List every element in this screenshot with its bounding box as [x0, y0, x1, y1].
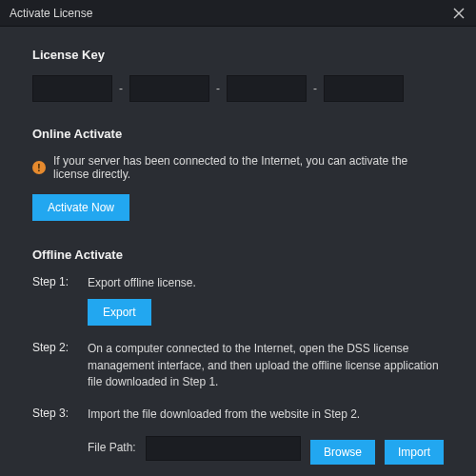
file-path-label: File Path:: [88, 440, 136, 456]
online-activate-heading: Online Activate: [32, 127, 444, 141]
step-1-body: Export offline license. Export: [88, 275, 444, 326]
offline-activate-heading: Offline Activate: [32, 248, 444, 262]
file-path-row: File Path: Browse Import: [88, 432, 444, 465]
step-3-row: Step 3: Import the file downloaded from …: [32, 407, 444, 465]
file-path-input[interactable]: [146, 436, 301, 461]
activate-now-button[interactable]: Activate Now: [32, 194, 129, 221]
license-key-segment-2[interactable]: [129, 75, 209, 102]
step-3-text: Import the file downloaded from the webs…: [88, 407, 444, 423]
online-hint-row: ! If your server has been connected to t…: [32, 154, 444, 181]
step-1-row: Step 1: Export offline license. Export: [32, 275, 444, 326]
step-2-text: On a computer connected to the Internet,…: [88, 341, 444, 390]
step-2-label: Step 2:: [32, 341, 74, 390]
browse-button[interactable]: Browse: [310, 440, 375, 465]
key-separator: -: [112, 82, 129, 95]
dialog-content: License Key - - - Online Activate ! If y…: [0, 27, 476, 476]
warning-icon: !: [32, 161, 46, 174]
close-icon: [453, 8, 465, 19]
step-3-label: Step 3:: [32, 407, 74, 465]
step-3-body: Import the file downloaded from the webs…: [88, 407, 444, 465]
key-separator: -: [209, 82, 227, 95]
import-button[interactable]: Import: [385, 440, 444, 465]
title-bar: Activate License: [0, 0, 476, 27]
license-key-heading: License Key: [32, 48, 444, 62]
license-key-row: - - -: [32, 75, 444, 102]
license-key-segment-1[interactable]: [32, 75, 112, 102]
export-button[interactable]: Export: [88, 299, 151, 326]
key-separator: -: [307, 82, 324, 95]
license-key-segment-4[interactable]: [324, 75, 404, 102]
window-title: Activate License: [10, 7, 92, 20]
step-2-row: Step 2: On a computer connected to the I…: [32, 341, 444, 390]
online-hint-text: If your server has been connected to the…: [53, 154, 444, 181]
step-1-label: Step 1:: [32, 275, 74, 326]
close-button[interactable]: [449, 4, 468, 23]
step-1-text: Export offline license.: [88, 275, 444, 291]
license-key-segment-3[interactable]: [227, 75, 307, 102]
